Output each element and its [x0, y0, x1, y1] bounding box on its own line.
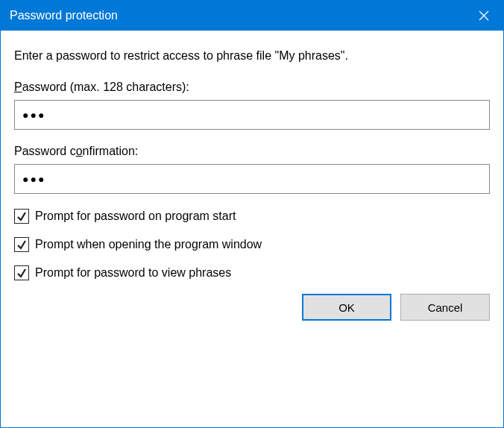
checkbox-label: Prompt for password to view phrases: [35, 266, 231, 280]
button-row: OK Cancel: [14, 294, 490, 321]
cancel-button[interactable]: Cancel: [400, 294, 490, 321]
checkbox-prompt-window[interactable]: Prompt when opening the program window: [14, 237, 490, 252]
password-confirm-label: Password confirmation:: [14, 145, 490, 158]
checkbox-box[interactable]: [14, 209, 29, 224]
ok-button[interactable]: OK: [302, 294, 391, 321]
check-icon: [16, 239, 27, 250]
checkbox-label: Prompt when opening the program window: [35, 238, 262, 251]
checkbox-box[interactable]: [14, 265, 29, 280]
checkbox-prompt-view[interactable]: Prompt for password to view phrases: [14, 265, 490, 280]
window-title: Password protection: [10, 9, 118, 22]
checkbox-box[interactable]: [14, 237, 29, 252]
password-input[interactable]: [14, 100, 490, 130]
titlebar: Password protection: [1, 1, 503, 31]
checkbox-label: Prompt for password on program start: [35, 210, 236, 223]
check-icon: [16, 211, 27, 221]
close-icon: [479, 10, 489, 21]
check-icon: [16, 268, 27, 278]
checkbox-prompt-start[interactable]: Prompt for password on program start: [14, 209, 490, 224]
close-button[interactable]: [464, 1, 503, 31]
password-confirm-input[interactable]: [14, 164, 490, 194]
dialog-content: Enter a password to restrict access to p…: [1, 31, 503, 334]
description-text: Enter a password to restrict access to p…: [14, 47, 490, 64]
password-label: Password (max. 128 characters):: [14, 81, 490, 94]
